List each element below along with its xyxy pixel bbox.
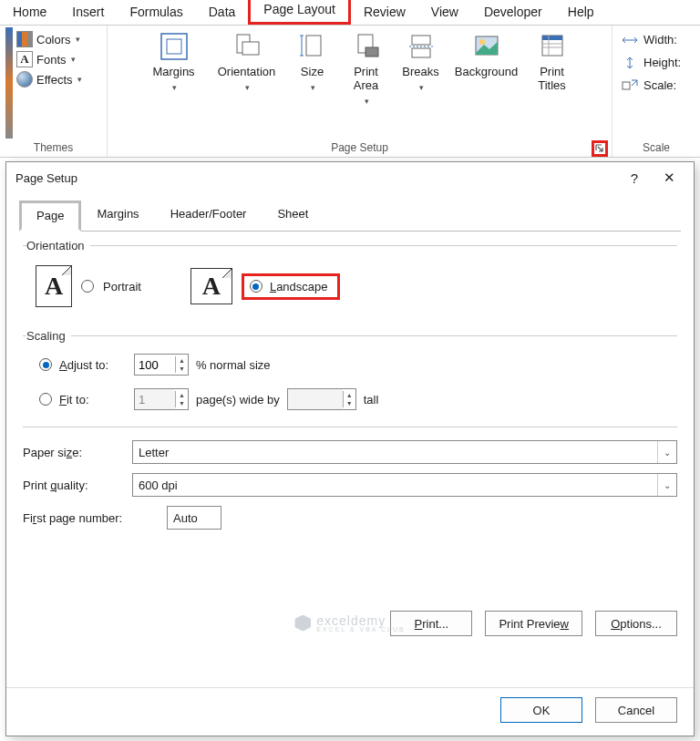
fit-tall-spinner[interactable]: ▲▼ (287, 388, 356, 410)
svg-point-14 (479, 39, 485, 45)
spinner-down-icon[interactable]: ▼ (176, 399, 188, 407)
fit-to-label: Fit to: (59, 393, 127, 407)
tab-insert[interactable]: Insert (59, 1, 117, 25)
themes-icon[interactable] (5, 27, 13, 139)
scale-width-row[interactable]: Width: (622, 33, 681, 46)
adjust-to-suffix: % normal size (196, 358, 271, 372)
tab-review[interactable]: Review (351, 1, 418, 25)
scale-scale-row[interactable]: Scale: (622, 78, 681, 92)
dialog-tab-sheet[interactable]: Sheet (262, 201, 324, 232)
fit-to-radio[interactable] (39, 393, 52, 406)
svg-rect-16 (542, 36, 562, 40)
svg-rect-22 (623, 82, 630, 89)
breaks-button[interactable]: Breaks▾ (395, 27, 448, 92)
cancel-button[interactable]: Cancel (595, 697, 677, 723)
fit-wide-input[interactable] (135, 389, 175, 409)
dialog-tab-header-footer[interactable]: Header/Footer (155, 201, 262, 232)
size-button[interactable]: Size▾ (287, 27, 338, 92)
svg-line-23 (632, 80, 637, 86)
print-area-button[interactable]: Print Area▾ (340, 27, 393, 106)
chevron-down-icon: ▾ (419, 83, 424, 92)
tab-data[interactable]: Data (196, 1, 249, 25)
ok-button[interactable]: OK (500, 697, 582, 723)
adjust-to-input[interactable] (135, 355, 175, 375)
size-icon (297, 31, 328, 62)
svg-rect-4 (306, 36, 321, 56)
spinner-up-icon[interactable]: ▲ (176, 391, 188, 399)
help-button[interactable]: ? (617, 170, 652, 186)
height-icon (622, 57, 638, 69)
margins-label: Margins (152, 66, 194, 79)
print-button[interactable]: Print... (390, 611, 472, 636)
margins-button[interactable]: Margins▾ (141, 27, 207, 92)
spinner-down-icon[interactable]: ▼ (176, 365, 188, 373)
scale-icon (622, 79, 638, 92)
first-page-row: First page number: Auto (23, 506, 677, 530)
print-area-icon (351, 31, 382, 62)
page-setup-launcher[interactable] (592, 140, 608, 157)
orientation-section: Orientation A Portrait A Landscape (23, 239, 677, 316)
scale-width-label: Width: (643, 33, 677, 46)
tab-view[interactable]: View (418, 1, 471, 25)
background-icon (471, 31, 502, 62)
dialog-titlebar[interactable]: Page Setup ? ✕ (6, 162, 694, 193)
fit-mid-label: page(s) wide by (196, 393, 280, 407)
scale-height-row[interactable]: Height: (622, 56, 681, 69)
dialog-tab-page[interactable]: Page (19, 201, 81, 232)
fit-wide-spinner[interactable]: ▲▼ (134, 388, 189, 410)
landscape-radio[interactable] (250, 280, 262, 293)
fit-tall-input[interactable] (288, 389, 343, 409)
spinner-up-icon[interactable]: ▲ (176, 356, 188, 365)
fonts-label: Fonts (36, 53, 67, 67)
dialog-body: Orientation A Portrait A Landscape Scali… (6, 232, 694, 687)
orientation-button[interactable]: Orientation▾ (209, 27, 285, 92)
first-page-input[interactable]: Auto (167, 506, 221, 530)
fonts-button[interactable]: AFonts▾ (16, 51, 82, 67)
print-quality-value: 600 dpi (139, 479, 178, 492)
chevron-down-icon: ▾ (311, 83, 315, 92)
group-label-scale: Scale (643, 141, 670, 154)
print-quality-select[interactable]: 600 dpi ⌄ (132, 473, 677, 497)
tab-home[interactable]: Home (0, 1, 59, 25)
chevron-down-icon: ▾ (71, 55, 76, 64)
width-icon (622, 34, 638, 46)
close-button[interactable]: ✕ (652, 170, 686, 186)
spinner-up-icon[interactable]: ▲ (344, 391, 355, 399)
orientation-legend: Orientation (26, 239, 90, 252)
adjust-to-radio[interactable] (39, 358, 52, 371)
tab-page-layout[interactable]: Page Layout (248, 0, 351, 25)
print-quality-label: Print quality: (23, 479, 123, 492)
colors-icon (16, 31, 33, 47)
group-scale-to-fit: Width: Height: Scale: Scale (612, 26, 700, 157)
dialog-launcher-icon (594, 143, 605, 154)
effects-label: Effects (36, 73, 73, 87)
background-button[interactable]: Background (449, 27, 524, 79)
portrait-radio[interactable] (81, 280, 94, 293)
ribbon-tabs: Home Insert Formulas Data Page Layout Re… (0, 0, 700, 26)
chevron-down-icon: ▾ (172, 83, 177, 92)
spinner-down-icon[interactable]: ▼ (344, 399, 355, 407)
colors-button[interactable]: Colors▾ (16, 31, 82, 47)
dialog-tab-margins[interactable]: Margins (81, 201, 154, 232)
adjust-to-spinner[interactable]: ▲▼ (134, 354, 189, 376)
page-setup-dialog: Page Setup ? ✕ Page Margins Header/Foote… (5, 161, 695, 736)
print-titles-button[interactable]: Print Titles (526, 27, 579, 93)
svg-rect-1 (167, 39, 181, 54)
tab-help[interactable]: Help (555, 1, 607, 25)
landscape-icon: A (190, 268, 232, 304)
background-label: Background (455, 66, 518, 79)
tab-formulas[interactable]: Formulas (117, 1, 195, 25)
options-button[interactable]: Options... (595, 611, 677, 636)
svg-rect-10 (412, 36, 430, 45)
dialog-tabstrip: Page Margins Header/Footer Sheet (6, 193, 694, 232)
tab-developer[interactable]: Developer (471, 1, 555, 25)
paper-size-select[interactable]: Letter ⌄ (132, 440, 677, 464)
print-preview-button[interactable]: Print Preview (485, 611, 582, 636)
effects-button[interactable]: Effects▾ (16, 71, 82, 87)
effects-icon (16, 71, 33, 87)
paper-size-value: Letter (139, 446, 169, 459)
ribbon-body: Colors▾ AFonts▾ Effects▾ Themes Margins▾… (0, 26, 700, 158)
orientation-icon (232, 31, 262, 62)
portrait-label: Portrait (103, 280, 141, 293)
scaling-section: Scaling Adjust to: ▲▼ % normal size Fit … (23, 329, 677, 414)
